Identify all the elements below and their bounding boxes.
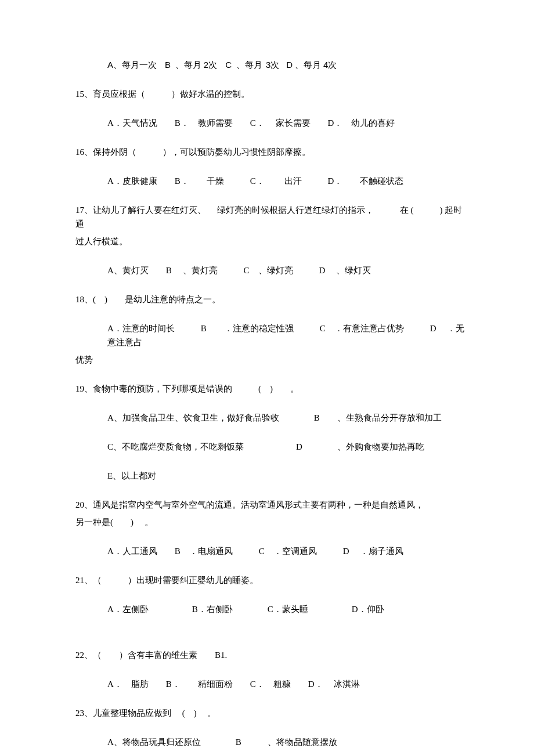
q23-stem: 23、儿童整理物品应做到 ( ) 。 (75, 706, 470, 720)
q22-options: A． 脂肪 B． 精细面粉 C． 粗糠 D． 冰淇淋 (75, 677, 470, 691)
q18-stem: 18、( ) 是幼儿注意的特点之一。 (75, 292, 470, 306)
q20-stem-line1: 20、通风是指室内空气与室外空气的流通。活动室通风形式主要有两种，一种是自然通风… (75, 498, 470, 512)
q19-options-line3: E、以上都对 (75, 469, 470, 483)
q20-stem-line2: 另一种是( ) 。 (75, 515, 470, 529)
q19-options-line2: C、不吃腐烂变质食物，不吃剩饭菜 D 、外购食物要加热再吃 (75, 440, 470, 454)
q19-stem: 19、食物中毒的预防，下列哪项是错误的 ( ) 。 (75, 382, 470, 396)
q16-stem: 16、保持外阴（ ），可以预防婴幼儿习惯性阴部摩擦。 (75, 145, 470, 159)
q17-options: A、黄灯灭 B 、黄灯亮 C 、绿灯亮 D 、绿灯灭 (75, 263, 470, 277)
q20-options: A．人工通风 B ．电扇通风 C ．空调通风 D ．扇子通风 (75, 544, 470, 558)
q21-stem: 21、（ ）出现时需要纠正婴幼儿的睡姿。 (75, 573, 470, 587)
q17-stem-line2: 过人行横道。 (75, 234, 470, 248)
q17-stem-line1: 17、让幼儿了解行人要在红灯灭、 绿灯亮的时候根据人行道红绿灯的指示， 在 ( … (75, 203, 470, 231)
q16-options: A．皮肤健康 B． 干燥 C． 出汗 D． 不触碰状态 (75, 174, 470, 188)
q19-options-line1: A、加强食品卫生、饮食卫生，做好食品验收 B 、生熟食品分开存放和加工 (75, 411, 470, 425)
q15-stem: 15、育员应根据（ ）做好水温的控制。 (75, 87, 470, 101)
q22-stem: 22、（ ）含有丰富的维生素 B1. (75, 648, 470, 662)
q14-options: A、每月一次B、每月 2次C、每月3次D、每月 4次 (75, 58, 470, 72)
q23-options-line1: A、将物品玩具归还原位 B 、将物品随意摆放 (75, 735, 470, 749)
q15-options: A．天气情况 B． 教师需要 C． 家长需要 D． 幼儿的喜好 (75, 116, 470, 130)
q18-options-line2: 优势 (75, 353, 470, 367)
q18-options-line1: A．注意的时间长 B ．注意的稳定性强 C ．有意注意占优势 D ．无意注意占 (75, 321, 470, 349)
q21-options: A．左侧卧 B．右侧卧 C．蒙头睡 D．仰卧 (75, 602, 470, 616)
